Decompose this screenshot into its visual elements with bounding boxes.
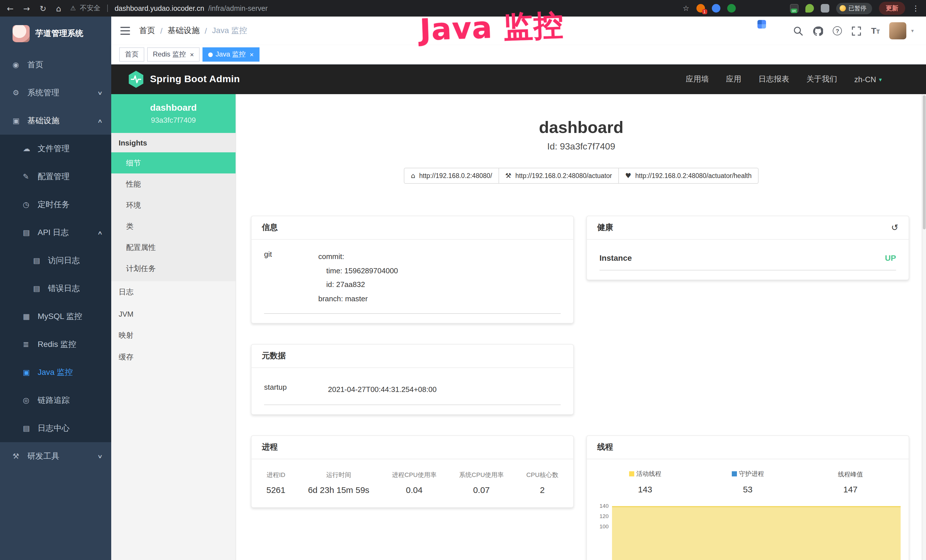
sidebar-item-label: 基础设施 bbox=[27, 115, 59, 126]
document-icon: ▤ bbox=[33, 284, 48, 293]
sba-nav-wallboard[interactable]: 应用墙 bbox=[685, 74, 709, 85]
fullscreen-icon[interactable] bbox=[852, 26, 861, 36]
sidebar-item-system[interactable]: ⚙ 系统管理 ∨ bbox=[0, 79, 111, 107]
search-icon[interactable] bbox=[793, 26, 803, 36]
forward-icon[interactable]: → bbox=[23, 4, 30, 13]
security-label[interactable]: 不安全 bbox=[80, 3, 100, 13]
sidebar-item-file-manage[interactable]: ☁ 文件管理 bbox=[0, 135, 111, 163]
chevron-down-icon: ∨ bbox=[98, 90, 103, 95]
reload-icon[interactable]: ↻ bbox=[39, 4, 46, 13]
sba-menu-performance[interactable]: 性能 bbox=[111, 173, 236, 195]
extensions-puzzle-icon[interactable] bbox=[820, 4, 829, 12]
sba-menu-config-props[interactable]: 配置属性 bbox=[111, 237, 236, 258]
sba-menu-caches[interactable]: 缓存 bbox=[111, 346, 236, 368]
url-host[interactable]: dashboard.yudao.iocoder.cn bbox=[115, 4, 204, 12]
sba-menu-label: 类 bbox=[126, 221, 133, 232]
sidebar-item-config-manage[interactable]: ✎ 配置管理 bbox=[0, 163, 111, 191]
row-key: git bbox=[264, 250, 318, 306]
extension-icon-blue[interactable] bbox=[711, 4, 720, 12]
instance-header[interactable]: dashboard 93a3fc7f7409 bbox=[111, 94, 236, 133]
sba-menu-mappings[interactable]: 映射 bbox=[111, 325, 236, 346]
extension-icon-orange[interactable]: 1 bbox=[696, 4, 705, 12]
app-logo[interactable]: 芋道管理系统 bbox=[0, 17, 111, 51]
sidebar-item-redis-monitor[interactable]: ≣ Redis 监控 bbox=[0, 330, 111, 358]
sidebar-item-error-log[interactable]: ▤ 错误日志 bbox=[0, 274, 111, 303]
metadata-card: 元数据 startup 2021-04-27T00:44:31.254+08:0… bbox=[251, 344, 574, 415]
breadcrumb-home[interactable]: 首页 bbox=[139, 26, 155, 36]
close-icon[interactable]: × bbox=[250, 50, 254, 59]
bookmark-star-icon[interactable]: ☆ bbox=[683, 4, 689, 12]
row-key: startup bbox=[264, 383, 328, 397]
sidebar-item-mysql-monitor[interactable]: ▦ MySQL 监控 bbox=[0, 303, 111, 330]
sba-nav-about[interactable]: 关于我们 bbox=[806, 74, 837, 85]
sba-menu-environment[interactable]: 环境 bbox=[111, 195, 236, 216]
hamburger-icon[interactable] bbox=[120, 27, 130, 35]
legend-label: 线程峰值 bbox=[838, 471, 863, 479]
health-row-label: Instance bbox=[599, 253, 632, 262]
update-button[interactable]: 更新 bbox=[879, 2, 905, 15]
sidebar-item-label: 定时任务 bbox=[38, 200, 70, 210]
sba-logo-icon bbox=[128, 71, 144, 88]
history-icon[interactable]: ↺ bbox=[891, 222, 898, 233]
sidebar-item-label: Redis 监控 bbox=[38, 339, 76, 350]
breadcrumb-separator: / bbox=[205, 26, 207, 35]
sidebar-item-devtools[interactable]: ⚒ 研发工具 ∨ bbox=[0, 442, 111, 470]
extension-icon-leaf[interactable] bbox=[805, 4, 814, 12]
target-icon: ◎ bbox=[23, 396, 38, 404]
extension-icon-grid[interactable] bbox=[757, 20, 766, 29]
tab-home[interactable]: 首页 bbox=[119, 47, 144, 62]
browser-home-icon[interactable]: ⌂ bbox=[56, 4, 61, 13]
actuator-url-link[interactable]: ⚒ http://192.168.0.2:48080/actuator bbox=[499, 168, 619, 184]
github-icon[interactable] bbox=[813, 26, 823, 36]
health-url-link[interactable]: ♥ http://192.168.0.2:48080/actuator/heal… bbox=[619, 168, 758, 184]
tab-redis-monitor[interactable]: Redis 监控 × bbox=[147, 47, 200, 62]
sidebar-item-infra[interactable]: ▣ 基础设施 ∧ bbox=[0, 107, 111, 135]
close-icon[interactable]: × bbox=[190, 50, 194, 59]
extension-icon-switch[interactable]: on bbox=[790, 4, 798, 12]
git-commit-id: id: 27aa832 bbox=[318, 278, 398, 292]
sidebar-item-scheduled-jobs[interactable]: ◷ 定时任务 bbox=[0, 191, 111, 218]
sba-nav-applications[interactable]: 应用 bbox=[726, 74, 741, 85]
sba-menu-details[interactable]: 细节 bbox=[111, 152, 236, 173]
git-commit-label: commit: bbox=[318, 250, 398, 264]
health-card: 健康 ↺ Instance UP bbox=[586, 216, 909, 280]
sidebar-item-label: 日志中心 bbox=[38, 423, 70, 433]
address-bar[interactable]: ⚠ 不安全 dashboard.yudao.iocoder.cn/infra/a… bbox=[70, 3, 268, 13]
caret-down-icon: ▾ bbox=[911, 28, 914, 34]
font-size-icon[interactable]: TT bbox=[871, 26, 880, 36]
sba-menu-logs[interactable]: 日志 bbox=[111, 281, 236, 303]
sba-brand[interactable]: Spring Boot Admin bbox=[128, 71, 240, 88]
row-value: 2021-04-27T00:44:31.254+08:00 bbox=[328, 383, 437, 397]
extension-icon-green[interactable] bbox=[727, 4, 735, 12]
sba-menu-label: 映射 bbox=[119, 330, 133, 341]
sidebar-item-trace[interactable]: ◎ 链路追踪 bbox=[0, 386, 111, 414]
sidebar-item-java-monitor[interactable]: ▣ Java 监控 bbox=[0, 358, 111, 386]
sidebar-item-api-log[interactable]: ▤ API 日志 ∧ bbox=[0, 218, 111, 247]
sidebar-item-log-center[interactable]: ▤ 日志中心 bbox=[0, 414, 111, 442]
help-icon[interactable]: ? bbox=[833, 26, 842, 35]
legend-label: 活动线程 bbox=[636, 470, 661, 478]
back-icon[interactable]: ← bbox=[7, 4, 14, 13]
sba-menu-scheduled-tasks[interactable]: 计划任务 bbox=[111, 258, 236, 279]
paused-badge[interactable]: 已暂停 bbox=[836, 3, 872, 14]
info-card: 信息 git commit: time: 1596289704000 id: 2… bbox=[251, 216, 574, 324]
threads-chart-area bbox=[612, 506, 900, 560]
sidebar-item-home[interactable]: ◉ 首页 bbox=[0, 51, 111, 79]
sba-menu-classes[interactable]: 类 bbox=[111, 216, 236, 237]
browser-menu-icon[interactable]: ⋮ bbox=[912, 4, 920, 12]
sba-nav-journal[interactable]: 日志报表 bbox=[758, 74, 789, 85]
row-value: commit: time: 1596289704000 id: 27aa832 … bbox=[318, 250, 398, 306]
service-url-link[interactable]: ⌂ http://192.168.0.2:48080/ bbox=[404, 168, 499, 184]
sidebar-item-access-log[interactable]: ▤ 访问日志 bbox=[0, 247, 111, 274]
home-link-icon: ⌂ bbox=[411, 172, 415, 180]
scrollbar-thumb[interactable] bbox=[923, 95, 926, 229]
sidebar-item-label: 首页 bbox=[27, 60, 43, 70]
tab-java-monitor[interactable]: Java 监控 × bbox=[203, 47, 259, 62]
locale-selector[interactable]: zh-CN ▾ bbox=[854, 75, 882, 83]
user-avatar[interactable] bbox=[890, 22, 906, 39]
url-path[interactable]: /infra/admin-server bbox=[208, 4, 268, 12]
process-stat: 进程ID 5261 bbox=[266, 471, 286, 495]
stat-value: 2 bbox=[526, 485, 558, 495]
sba-menu-jvm[interactable]: JVM bbox=[111, 303, 236, 325]
breadcrumb-infra[interactable]: 基础设施 bbox=[168, 26, 200, 36]
